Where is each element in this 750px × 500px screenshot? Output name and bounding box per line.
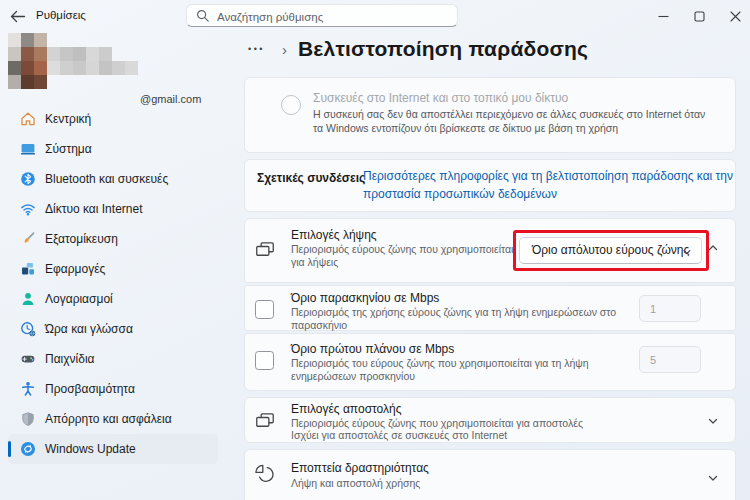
- background-limit-checkbox[interactable]: [255, 300, 274, 319]
- related-links-link[interactable]: Περισσότερες πληροφορίες για τη βελτιστο…: [363, 168, 733, 203]
- download-options-description: Περιορισμός εύρους ζώνης που χρησιμοποιε…: [291, 243, 515, 269]
- download-options-expander[interactable]: Επιλογές λήψης Περιορισμός εύρους ζώνης …: [244, 218, 736, 283]
- close-button[interactable]: [717, 0, 750, 32]
- activity-monitor-expander[interactable]: Εποπτεία δραστηριότητας Λήψη και αποστολ…: [244, 449, 736, 500]
- background-limit-row: Όριο παρασκηνίου σε Mbps Περιορισμός της…: [244, 285, 736, 331]
- sidebar-item-network[interactable]: Δίκτυο και Internet: [8, 194, 218, 224]
- sidebar-item-label: Bluetooth και συσκευές: [45, 172, 168, 186]
- search-icon: [196, 9, 210, 23]
- apps-icon: [20, 261, 36, 277]
- titlebar: Ρυθμίσεις: [0, 0, 750, 32]
- related-links-label: Σχετικές συνδέσεις: [257, 171, 365, 185]
- search-input[interactable]: [215, 6, 449, 27]
- home-icon: [20, 111, 36, 127]
- foreground-limit-description: Περιορισμός του εύρους ζώνης που χρησιμο…: [291, 357, 647, 382]
- sidebar-item-system[interactable]: Σύστημα: [8, 134, 218, 164]
- windows-update-icon: [20, 441, 36, 457]
- back-icon: [10, 10, 26, 23]
- sidebar-item-bluetooth[interactable]: Bluetooth και συσκευές: [8, 164, 218, 194]
- sidebar-item-label: Εξατομίκευση: [45, 232, 118, 246]
- chevron-down-icon: [682, 247, 692, 257]
- sidebar: @gmail.com Κεντρική Σύστημα Bluetooth κα…: [0, 32, 232, 500]
- activity-monitor-description: Λήψη και αποστολή χρήσης: [291, 477, 691, 490]
- sidebar-item-label: Προσβασιμότητα: [45, 382, 135, 396]
- internet-devices-option-card: Συσκευές στο Internet και στο τοπικό μου…: [244, 77, 736, 153]
- related-links-card: Σχετικές συνδέσεις Περισσότερες πληροφορ…: [244, 159, 736, 212]
- background-limit-input[interactable]: [639, 295, 701, 322]
- download-options-title: Επιλογές λήψης: [291, 228, 377, 242]
- settings-window: Ρυθμίσεις: [0, 0, 750, 500]
- sidebar-item-apps[interactable]: Εφαρμογές: [8, 254, 218, 284]
- maximize-button[interactable]: [681, 0, 717, 32]
- accessibility-person-icon: [20, 381, 36, 397]
- internet-devices-description: Η συσκευή σας δεν θα αποστέλλει περιεχόμ…: [313, 108, 715, 135]
- sidebar-item-windows-update[interactable]: Windows Update: [8, 434, 218, 464]
- sidebar-item-label: Ώρα και γλώσσα: [45, 322, 133, 336]
- sidebar-item-label: Παιχνίδια: [45, 352, 95, 366]
- maximize-icon: [694, 11, 705, 22]
- upload-options-title: Επιλογές αποστολής: [291, 402, 402, 416]
- minimize-button[interactable]: [645, 0, 681, 32]
- foreground-limit-row: Όριο πρώτου πλάνου σε Mbps Περιορισμός τ…: [244, 333, 736, 391]
- sidebar-item-label: Απόρρητο και ασφάλεια: [45, 412, 172, 426]
- pie-chart-icon: [254, 463, 276, 489]
- sidebar-item-accounts[interactable]: Λογαριασμοί: [8, 284, 218, 314]
- search-box[interactable]: [186, 4, 458, 27]
- chevron-down-icon[interactable]: [707, 470, 719, 488]
- foreground-limit-input[interactable]: [639, 346, 701, 373]
- devices-icon: [254, 410, 276, 436]
- page-title: Βελτιστοποίηση παράδοσης: [298, 37, 588, 61]
- foreground-limit-title: Όριο πρώτου πλάνου σε Mbps: [291, 342, 454, 356]
- sidebar-item-label: Λογαριασμοί: [45, 292, 113, 306]
- activity-monitor-title: Εποπτεία δραστηριότητας: [291, 461, 429, 475]
- devices-icon: [254, 239, 276, 265]
- bluetooth-icon: [20, 171, 36, 187]
- breadcrumb-ellipsis-button[interactable]: •••: [248, 44, 265, 54]
- back-button[interactable]: [10, 9, 28, 23]
- sidebar-item-privacy[interactable]: Απόρρητο και ασφάλεια: [8, 404, 218, 434]
- chevron-down-icon[interactable]: [707, 413, 719, 431]
- foreground-limit-checkbox[interactable]: [255, 351, 274, 370]
- sidebar-item-time-language[interactable]: Ώρα και γλώσσα: [8, 314, 218, 344]
- avatar-pixelated: [8, 33, 140, 90]
- time-language-clock-icon: [20, 321, 36, 337]
- background-limit-description: Περιορισμός της χρήσης εύρους ζώνης για …: [291, 306, 647, 331]
- accounts-person-icon: [20, 291, 36, 307]
- sidebar-item-home[interactable]: Κεντρική: [8, 104, 218, 134]
- gaming-controller-icon: [20, 351, 36, 367]
- selected-accent-bar: [8, 441, 11, 457]
- upload-options-expander[interactable]: Επιλογές αποστολής Περιορισμός εύρους ζώ…: [244, 397, 736, 443]
- sidebar-item-gaming[interactable]: Παιχνίδια: [8, 344, 218, 374]
- breadcrumb-separator: ›: [282, 41, 287, 58]
- personalization-brush-icon: [20, 231, 36, 247]
- sidebar-item-accessibility[interactable]: Προσβασιμότητα: [8, 374, 218, 404]
- system-icon: [20, 141, 36, 157]
- sidebar-item-label: Δίκτυο και Internet: [45, 202, 142, 216]
- sidebar-item-label: Windows Update: [45, 442, 136, 456]
- sidebar-item-personalization[interactable]: Εξατομίκευση: [8, 224, 218, 254]
- sidebar-item-label: Κεντρική: [45, 112, 91, 126]
- close-icon: [730, 11, 741, 22]
- upload-options-description-2: Ισχύει για αποστολές σε συσκευές στο Int…: [291, 429, 691, 441]
- internet-devices-radio[interactable]: [281, 95, 301, 115]
- app-title: Ρυθμίσεις: [36, 9, 86, 21]
- dropdown-selected-value: Όριο απόλυτου εύρους ζώνης: [532, 243, 689, 257]
- upload-options-description-1: Περιορισμός εύρους ζώνης που χρησιμοποιε…: [291, 417, 691, 429]
- sidebar-item-label: Εφαρμογές: [45, 262, 105, 276]
- internet-devices-label: Συσκευές στο Internet και στο τοπικό μου…: [313, 91, 568, 105]
- network-wifi-icon: [20, 201, 36, 217]
- bandwidth-mode-dropdown[interactable]: Όριο απόλυτου εύρους ζώνης: [519, 237, 702, 264]
- privacy-shield-icon: [20, 411, 36, 427]
- sidebar-item-label: Σύστημα: [45, 142, 92, 156]
- background-limit-title: Όριο παρασκηνίου σε Mbps: [291, 291, 439, 305]
- minimize-icon: [658, 11, 669, 22]
- chevron-up-icon[interactable]: [707, 240, 719, 258]
- account-card[interactable]: [8, 33, 148, 91]
